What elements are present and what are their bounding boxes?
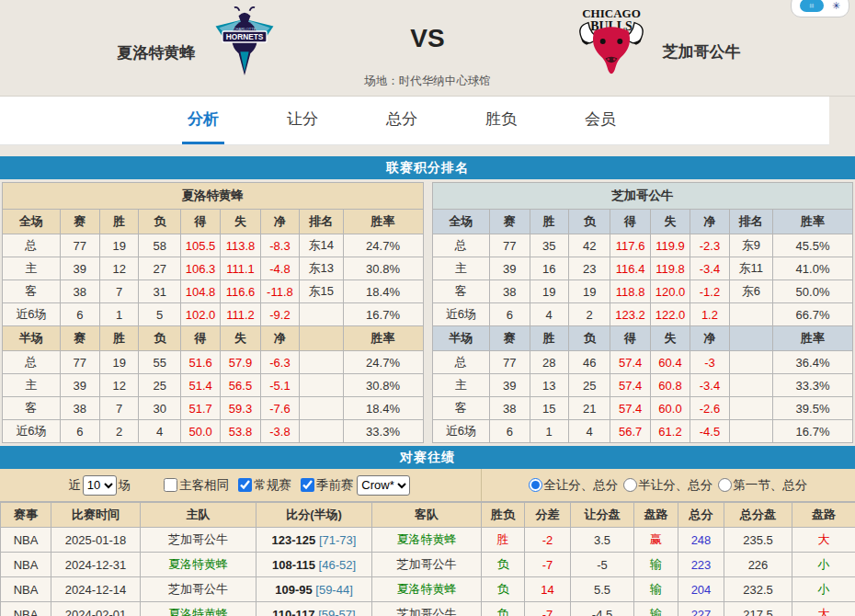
table-row: 近6场642123.2122.01.266.7% — [432, 303, 853, 326]
h2h-table: 赛事比赛时间主队比分(半场)客队胜负分差让分盘盘路总分总分盘盘路NBA2025-… — [0, 502, 855, 616]
tab-让分[interactable]: 让分 — [281, 97, 324, 144]
cell: -3.4 — [690, 257, 729, 280]
cell: 1.2 — [690, 303, 729, 326]
q1-line-radio[interactable] — [718, 478, 732, 492]
column-header: 盘路 — [634, 503, 678, 528]
preseason-checkbox[interactable] — [301, 478, 314, 492]
cell: 芝加哥公牛 — [372, 553, 482, 577]
cell: 2024-12-31 — [51, 553, 141, 577]
home-team-name: 夏洛特黄蜂 — [118, 42, 196, 63]
column-header: 负 — [139, 210, 180, 234]
column-header: 全场 — [3, 210, 61, 234]
cell: -2.3 — [690, 234, 729, 257]
table-row: 客38731104.8116.6-11.8东1518.4% — [3, 280, 424, 303]
cell: 118.8 — [610, 280, 650, 303]
full-line-label: 全让分、总分 — [543, 477, 618, 494]
tab-分析[interactable]: 分析 — [182, 97, 224, 144]
cell: 106.3 — [180, 257, 220, 280]
cell: 27 — [139, 257, 180, 280]
table-caption: 芝加哥公牛 — [432, 183, 853, 210]
cell — [729, 374, 772, 397]
cell: 38 — [490, 397, 530, 420]
cell: 客 — [432, 280, 490, 303]
cell: 59.3 — [221, 397, 260, 420]
cell: 大 — [792, 528, 855, 553]
cell — [729, 420, 772, 443]
cell: 近6场 — [432, 420, 490, 443]
cell: 38 — [490, 280, 530, 303]
company-select[interactable]: Crow* — [357, 475, 410, 496]
cell: 负 — [482, 577, 525, 602]
cell: 2025-01-18 — [51, 528, 141, 553]
tab-总分[interactable]: 总分 — [381, 97, 423, 144]
cell: 50.0 — [180, 420, 220, 443]
cell: 24.7% — [343, 234, 423, 257]
standings-title: 联赛积分排名 — [386, 160, 469, 177]
cell: 胜 — [482, 528, 525, 553]
cell: 223 — [678, 553, 724, 577]
cell: 53.8 — [221, 420, 260, 443]
cell: 主 — [3, 257, 61, 280]
cell: -6.3 — [260, 351, 299, 374]
cell: 负 — [482, 602, 525, 616]
regular-season-checkbox[interactable] — [238, 478, 252, 492]
cell: 东6 — [729, 280, 772, 303]
table-row: NBA2024-02-01夏洛特黄蜂110-117 [59-57]芝加哥公牛负-… — [1, 602, 855, 616]
cell: -3.4 — [690, 374, 729, 397]
column-header: 赛事 — [1, 503, 51, 528]
cell: -7.6 — [260, 397, 299, 420]
column-header: 半场 — [432, 326, 490, 351]
cell: 1 — [100, 303, 139, 326]
cell: 芝加哥公牛 — [141, 528, 256, 553]
cell: 56.5 — [221, 374, 260, 397]
column-header: 胜率 — [343, 326, 423, 351]
column-header: 半场 — [3, 326, 61, 351]
cell: 235.5 — [724, 528, 792, 553]
cell: -2 — [525, 528, 571, 553]
column-header: 得 — [180, 326, 220, 351]
table-row: 近6场61456.761.2-4.516.7% — [432, 420, 853, 443]
cell: 大 — [792, 602, 855, 616]
cell: 总 — [3, 234, 61, 257]
cell: 117.6 — [610, 234, 650, 257]
cell — [300, 374, 343, 397]
column-header: 总分盘 — [724, 503, 792, 528]
cell: 123-125 [71-73] — [256, 528, 372, 553]
h2h-filter-left: 近 10 场 主客相同 常规赛 季前赛 Crow* — [0, 469, 482, 501]
full-line-radio[interactable] — [529, 478, 542, 492]
away-team-name: 芝加哥公牛 — [663, 41, 741, 63]
table-row: 客381919118.8120.0-1.2东650.0% — [432, 280, 853, 303]
cell: -4.5 — [690, 420, 729, 443]
cell: 19 — [568, 280, 610, 303]
cell: 57.9 — [221, 351, 260, 374]
cell: 35 — [530, 234, 568, 257]
preseason-label: 季前赛 — [316, 477, 354, 494]
share-icon[interactable]: ⌗ — [800, 0, 824, 12]
svg-text:CHARLOTTE: CHARLOTTE — [233, 27, 256, 31]
tab-胜负[interactable]: 胜负 — [480, 97, 522, 144]
cell: 2024-12-14 — [51, 577, 141, 602]
away-standings-table: 芝加哥公牛全场赛胜负得失净排名胜率总773542117.6119.9-2.3东9… — [432, 182, 854, 443]
cell: 41.0% — [773, 257, 853, 280]
column-header: 排名 — [729, 210, 772, 234]
cell: 21 — [568, 397, 610, 420]
q1-line-label: 第一节、总分 — [733, 477, 807, 494]
cell: 负 — [482, 553, 525, 577]
nav-tabs: 分析让分总分胜负会员 — [0, 97, 829, 145]
column-header: 得 — [610, 210, 650, 234]
cell: -8.3 — [260, 234, 299, 257]
table-row: 近6场615102.0111.2-9.216.7% — [3, 303, 424, 326]
bookmark-icon[interactable]: ✳ — [832, 1, 840, 11]
cell: 30.8% — [343, 374, 423, 397]
cell: 232.5 — [724, 577, 792, 602]
h2h-section-bar: 对赛往绩 — [0, 446, 855, 469]
recent-count-select[interactable]: 10 — [83, 475, 117, 496]
column-header: 胜 — [100, 210, 139, 234]
half-line-radio[interactable] — [623, 478, 637, 492]
table-row: 主391623116.4119.8-3.4东1141.0% — [432, 257, 853, 280]
cell: 客 — [432, 397, 490, 420]
same-venue-checkbox[interactable] — [164, 478, 177, 492]
table-row: 主39122551.456.5-5.130.8% — [3, 374, 424, 397]
tab-会员[interactable]: 会员 — [579, 97, 621, 144]
column-header: 失 — [650, 326, 690, 351]
